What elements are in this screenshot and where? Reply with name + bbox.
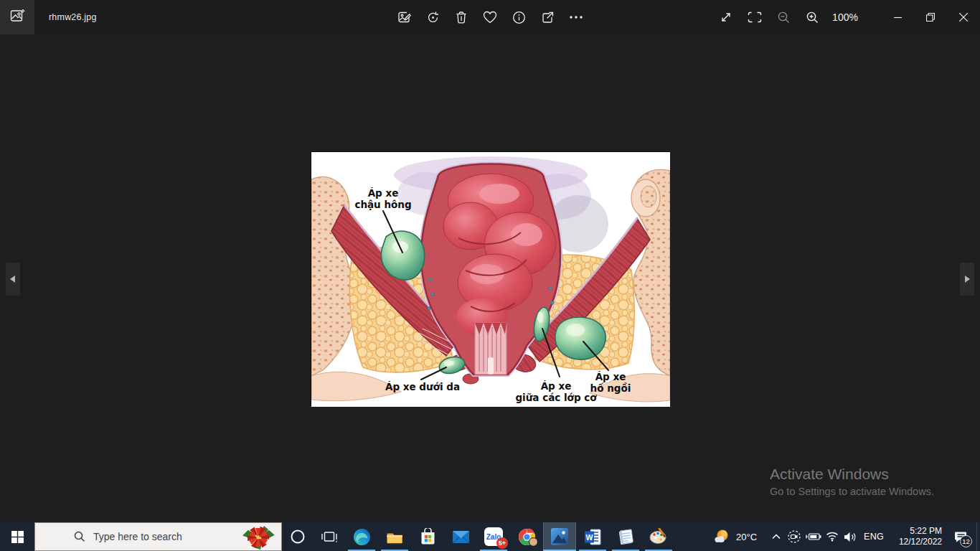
label-intermuscular-abscess-line2: giữa các lớp cơ — [515, 392, 597, 403]
zoom-and-window-controls: 100% — [712, 0, 980, 34]
notification-count-badge: 12 — [960, 535, 972, 547]
photo-gallery-icon — [9, 8, 25, 27]
taskbar-photos-active[interactable] — [543, 522, 576, 551]
watermark-subtitle: Go to Settings to activate Windows. — [770, 486, 934, 497]
taskbar-chrome[interactable] — [510, 522, 543, 551]
chevron-up-icon — [772, 534, 781, 540]
zalo-unread-badge: 5+ — [496, 537, 508, 549]
favorite-button[interactable] — [476, 0, 504, 34]
meet-now-camera-icon — [787, 529, 801, 544]
tray-volume[interactable] — [841, 522, 860, 551]
tray-clock[interactable]: 5:22 PM 12/12/2022 — [887, 522, 945, 551]
fullscreen-button[interactable] — [712, 0, 740, 34]
label-ischiorectal-abscess-line2: hố ngồi — [590, 382, 631, 394]
show-desktop-button[interactable] — [976, 522, 980, 551]
activate-windows-watermark: Activate Windows Go to Settings to activ… — [770, 466, 934, 497]
title-bar: rhmw26.jpg — [0, 0, 980, 34]
previous-image-button[interactable] — [6, 263, 20, 296]
edit-image-button[interactable] — [390, 0, 418, 34]
taskbar-word[interactable]: W — [576, 522, 609, 551]
zoom-out-button[interactable] — [769, 0, 798, 34]
search-icon — [74, 531, 85, 542]
minimize-button[interactable] — [881, 0, 914, 34]
delete-button[interactable] — [447, 0, 476, 34]
label-intermuscular-abscess-line1: Áp xe — [541, 380, 572, 392]
clock-date: 12/12/2022 — [899, 537, 942, 547]
poinsettia-decoration-icon[interactable] — [237, 524, 278, 551]
fit-to-window-button[interactable] — [740, 0, 769, 34]
taskbar-microsoft-store[interactable] — [411, 522, 444, 551]
mail-icon — [452, 530, 470, 544]
task-view-button[interactable] — [314, 522, 345, 551]
anal-abscess-diagram: Áp xe chậu hông Áp xe dưới da Áp xe giữa… — [311, 152, 670, 407]
tray-meet-now[interactable] — [785, 522, 804, 551]
cortana-button[interactable] — [282, 522, 314, 551]
taskbar-zalo[interactable]: Zalo 5+ — [477, 522, 510, 551]
speaker-icon — [844, 532, 857, 542]
cortana-icon — [290, 529, 306, 545]
taskbar-weather-widget[interactable]: 20°C — [704, 522, 765, 551]
photos-app-window: rhmw26.jpg — [0, 0, 980, 551]
file-explorer-icon — [386, 529, 404, 545]
chrome-profile-avatar — [529, 537, 538, 547]
close-button[interactable] — [947, 0, 980, 34]
info-button[interactable] — [504, 0, 533, 34]
taskbar-search[interactable] — [34, 522, 282, 551]
tray-battery[interactable] — [804, 522, 823, 551]
task-view-icon — [321, 530, 337, 543]
watermark-title: Activate Windows — [770, 466, 934, 483]
weather-temperature: 20°C — [736, 532, 757, 542]
edge-icon — [353, 528, 371, 546]
taskbar-notepad[interactable] — [609, 522, 642, 551]
zoom-in-button[interactable] — [798, 0, 826, 34]
chevron-right-icon — [963, 275, 971, 283]
chevron-left-icon — [9, 275, 17, 283]
sun-cloud-icon — [712, 529, 731, 545]
paint-icon — [649, 528, 668, 545]
taskbar-file-explorer[interactable] — [378, 522, 411, 551]
tray-show-hidden-icons[interactable] — [768, 522, 785, 551]
share-button[interactable] — [533, 0, 562, 34]
zoom-level[interactable]: 100% — [826, 11, 864, 23]
notepad-icon — [617, 529, 634, 545]
clock-time: 5:22 PM — [910, 526, 942, 537]
battery-charging-icon — [806, 532, 821, 542]
windows-logo-icon — [11, 531, 24, 543]
start-button[interactable] — [0, 522, 34, 551]
tray-language-indicator[interactable]: ENG — [860, 522, 887, 551]
viewer-toolbar — [390, 0, 590, 34]
taskbar: Zalo 5+ — [0, 522, 980, 551]
action-center-button[interactable]: 12 — [945, 522, 976, 551]
taskbar-edge[interactable] — [345, 522, 378, 551]
more-options-button[interactable] — [562, 0, 590, 34]
rotate-button[interactable] — [418, 0, 447, 34]
word-icon: W — [584, 529, 602, 545]
tray-wifi[interactable] — [823, 522, 841, 551]
label-subcutaneous-abscess: Áp xe dưới da — [385, 381, 460, 392]
label-ischiorectal-abscess-line1: Áp xe — [595, 371, 626, 382]
viewed-photo[interactable]: Áp xe chậu hông Áp xe dưới da Áp xe giữa… — [311, 151, 669, 406]
window-title: rhmw26.jpg — [49, 0, 97, 34]
wifi-icon — [826, 532, 839, 542]
photos-icon — [550, 527, 569, 546]
search-input[interactable] — [93, 531, 251, 542]
see-all-photos-button[interactable] — [0, 0, 34, 34]
label-pelvic-abscess-line2: chậu hông — [354, 199, 411, 210]
label-pelvic-abscess-line1: Áp xe — [368, 187, 399, 199]
svg-text:W: W — [585, 532, 593, 541]
taskbar-paint[interactable] — [642, 522, 675, 551]
microsoft-store-icon — [420, 528, 436, 545]
restore-button[interactable] — [914, 0, 947, 34]
taskbar-mail[interactable] — [444, 522, 477, 551]
next-image-button[interactable] — [960, 263, 974, 296]
